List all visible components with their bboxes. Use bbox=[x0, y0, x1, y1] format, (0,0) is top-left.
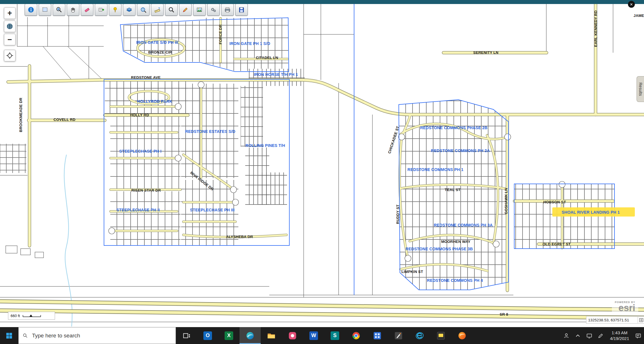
chevron-up-icon bbox=[574, 332, 581, 339]
windows-taskbar: OXWS 1:43 AM 4/19/2021 bbox=[0, 327, 644, 344]
task-view-icon bbox=[182, 331, 191, 340]
scale-bar: 660 ft bbox=[8, 312, 55, 320]
globe-icon bbox=[6, 23, 13, 30]
taskbar-app-task-view[interactable] bbox=[176, 327, 197, 344]
taskbar-app-pen-app[interactable] bbox=[388, 327, 409, 344]
results-panel-tab[interactable]: Results bbox=[637, 76, 644, 102]
globe-button[interactable] bbox=[4, 21, 15, 32]
coordinate-value: 1325238.53, 637571.51 bbox=[586, 318, 638, 322]
results-tab-label: Results bbox=[638, 82, 643, 96]
zoom-selection-icon bbox=[56, 6, 62, 13]
parcel-map-svg bbox=[0, 4, 644, 327]
pen-icon bbox=[597, 332, 604, 339]
taskbar-app-sharepoint[interactable]: S bbox=[324, 327, 345, 344]
scale-bar-label: 660 ft bbox=[11, 314, 20, 318]
tools-button[interactable] bbox=[207, 4, 220, 16]
zoom-to-selection-button[interactable] bbox=[53, 4, 65, 16]
clock-date: 4/19/2021 bbox=[610, 336, 629, 341]
zoom-in-button[interactable]: + bbox=[4, 7, 15, 19]
pen-settings-button[interactable] bbox=[595, 332, 606, 339]
map-canvas[interactable]: IRON GATE S/D PH IIIIRON GATE PH 1 S/DIR… bbox=[0, 4, 644, 327]
taskbar-app-dark-app[interactable] bbox=[430, 327, 451, 344]
screen: IRON GATE S/D PH IIIIRON GATE PH 1 S/DIR… bbox=[0, 0, 644, 344]
select-rectangle-icon bbox=[42, 6, 48, 13]
search-input[interactable] bbox=[32, 332, 172, 339]
pen-app-icon bbox=[394, 331, 403, 340]
pushpin-icon bbox=[112, 6, 119, 13]
network-button[interactable] bbox=[584, 332, 595, 339]
taskbar-app-edge[interactable] bbox=[239, 327, 261, 344]
taskbar-search[interactable] bbox=[18, 327, 176, 344]
scale-bar-ruler-icon bbox=[22, 313, 41, 318]
calculator-icon bbox=[373, 331, 382, 340]
taskbar-app-internet-explorer[interactable] bbox=[409, 327, 430, 344]
windows-logo-icon bbox=[5, 332, 13, 339]
add-features-button[interactable] bbox=[95, 4, 107, 16]
outlook-icon: O bbox=[203, 331, 212, 340]
network-icon bbox=[586, 332, 593, 339]
search-button[interactable] bbox=[165, 4, 178, 16]
identify-globe-icon bbox=[140, 6, 147, 13]
add-grid-icon bbox=[98, 6, 105, 13]
dark-app-icon bbox=[437, 331, 445, 340]
layers-icon bbox=[126, 6, 133, 13]
word-icon: W bbox=[309, 331, 318, 340]
esri-attribution: POWERED BY esri bbox=[612, 300, 638, 313]
layers-button[interactable] bbox=[123, 4, 136, 16]
map-toolbar: ? bbox=[25, 4, 248, 16]
measure-button[interactable]: ? bbox=[151, 4, 164, 16]
coordinate-readout: 1325238.53, 637571.51 bbox=[586, 316, 644, 324]
pink-app-icon bbox=[288, 331, 297, 340]
zoom-out-button[interactable]: − bbox=[4, 34, 15, 45]
chrome-icon bbox=[352, 331, 360, 340]
image-icon bbox=[196, 6, 203, 13]
action-center-button[interactable] bbox=[633, 332, 644, 339]
search-icon bbox=[23, 333, 28, 339]
eraser-icon bbox=[84, 6, 91, 13]
pan-hand-icon bbox=[70, 6, 76, 13]
default-extent-button[interactable] bbox=[4, 50, 15, 61]
basemap-button[interactable] bbox=[193, 4, 206, 16]
info-icon bbox=[28, 6, 34, 13]
crosshair-icon bbox=[6, 52, 13, 59]
taskbar-apps: OXWS bbox=[176, 327, 473, 344]
taskbar-app-outlook[interactable]: O bbox=[197, 327, 218, 344]
action-center-icon bbox=[635, 332, 642, 339]
taskbar-app-pink-app[interactable] bbox=[282, 327, 303, 344]
people-button[interactable] bbox=[561, 332, 572, 339]
gears-icon bbox=[210, 6, 217, 13]
taskbar-app-word[interactable]: W bbox=[303, 327, 324, 344]
floppy-save-icon bbox=[238, 6, 245, 13]
people-icon bbox=[563, 332, 570, 339]
selection-highlight bbox=[552, 207, 635, 217]
start-button[interactable] bbox=[0, 327, 18, 344]
erase-button[interactable] bbox=[81, 4, 93, 16]
print-button[interactable] bbox=[221, 4, 234, 16]
taskbar-app-chrome[interactable] bbox=[345, 327, 367, 344]
svg-text:?: ? bbox=[158, 7, 160, 10]
excel-icon: X bbox=[225, 331, 233, 340]
taskbar-clock[interactable]: 1:43 AM 4/19/2021 bbox=[606, 330, 633, 341]
taskbar-app-file-explorer[interactable] bbox=[261, 327, 282, 344]
taskbar-app-orange-app[interactable] bbox=[451, 327, 473, 344]
file-explorer-icon bbox=[267, 331, 276, 340]
browser-top-strip bbox=[0, 0, 644, 4]
pan-button[interactable] bbox=[67, 4, 79, 16]
magnifier-icon bbox=[168, 6, 175, 13]
sharepoint-icon: S bbox=[331, 331, 339, 340]
clock-time: 1:43 AM bbox=[610, 330, 629, 336]
edit-button[interactable] bbox=[179, 4, 192, 16]
taskbar-app-excel[interactable]: X bbox=[218, 327, 239, 344]
save-button[interactable] bbox=[235, 4, 248, 16]
info-button[interactable] bbox=[25, 4, 37, 16]
identify-button[interactable] bbox=[137, 4, 150, 16]
internet-explorer-icon bbox=[415, 331, 424, 340]
locate-button[interactable] bbox=[109, 4, 121, 16]
close-button[interactable]: ✕ bbox=[628, 1, 635, 8]
taskbar-app-calculator[interactable] bbox=[367, 327, 388, 344]
measure-ruler-icon: ? bbox=[154, 6, 161, 13]
select-button[interactable] bbox=[39, 4, 51, 16]
pencil-icon bbox=[182, 6, 189, 13]
tray-overflow-button[interactable] bbox=[572, 332, 584, 339]
coordinate-target-button[interactable] bbox=[638, 317, 644, 323]
